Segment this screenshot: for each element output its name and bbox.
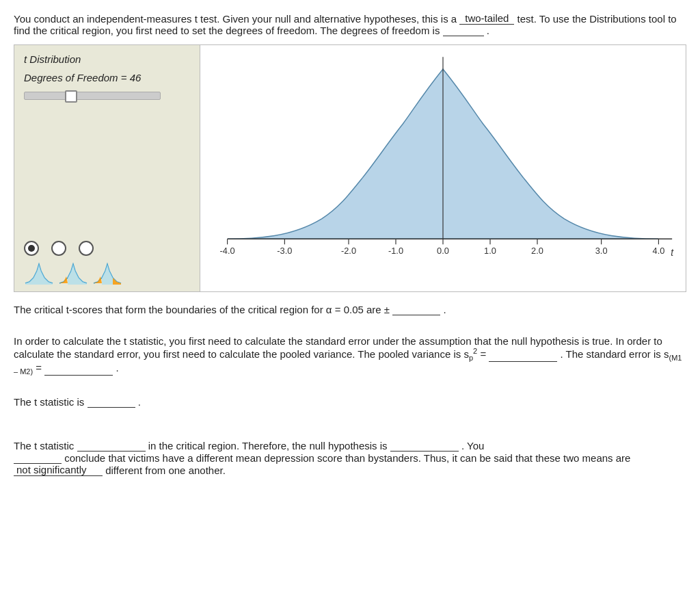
- conclusion-middle1: in the critical region. Therefore, the n…: [148, 440, 388, 452]
- svg-text:0.0: 0.0: [437, 246, 449, 256]
- conclusion-middle2: conclude that victims have a different m…: [64, 452, 630, 464]
- dist-dof-label: Degrees of Freedom = 46: [24, 72, 190, 83]
- t-statistic-section: The t statistic is .: [14, 395, 686, 408]
- critical-region-text: The critical t-scores that form the boun…: [14, 304, 390, 315]
- dist-title: t Distribution: [24, 53, 190, 65]
- conclusion-blank3[interactable]: [14, 452, 62, 464]
- intro-paragraph: You conduct an independent-measures t te…: [14, 12, 686, 36]
- distribution-curve-svg: -4.0 -3.0 -2.0 -1.0 0.0 1.0 2.0 3.0 4.0: [207, 52, 679, 271]
- intro-line1: You conduct an independent-measures t te…: [14, 13, 457, 25]
- svg-text:3.0: 3.0: [595, 246, 608, 256]
- radio-button-2[interactable]: [51, 241, 66, 256]
- svg-marker-1: [59, 276, 68, 283]
- radio-row: [24, 241, 190, 256]
- pooled-variance-section: In order to calculate the t statistic, y…: [14, 335, 686, 376]
- dof-blank[interactable]: [443, 36, 484, 36]
- conclusion-underline-text[interactable]: not significantly: [14, 464, 103, 476]
- svg-text:t: t: [671, 248, 674, 258]
- radio-button-1[interactable]: [24, 241, 39, 256]
- dist-icon-single[interactable]: [24, 261, 54, 285]
- slider-thumb[interactable]: [65, 90, 77, 103]
- svg-marker-3: [94, 276, 102, 283]
- equals-1: =: [480, 348, 489, 360]
- dist-icons-row: [24, 261, 190, 285]
- t-stat-prefix: The t statistic is: [14, 396, 84, 408]
- dist-icon-two-both[interactable]: [92, 261, 122, 285]
- conclusion-suffix1: . You: [461, 440, 484, 452]
- pooled-variance-blank[interactable]: [489, 350, 557, 362]
- svg-text:-2.0: -2.0: [341, 246, 356, 256]
- svg-text:4.0: 4.0: [653, 246, 665, 256]
- distribution-tool: t Distribution Degrees of Freedom = 46: [14, 44, 686, 292]
- conclusion-suffix2: different from one another.: [105, 464, 226, 476]
- slider-track[interactable]: [24, 92, 161, 100]
- svg-text:1.0: 1.0: [484, 246, 496, 256]
- critical-region-section: The critical t-scores that form the boun…: [14, 303, 686, 315]
- svg-text:-4.0: -4.0: [220, 246, 235, 256]
- critical-t-score-blank[interactable]: [392, 303, 440, 315]
- standard-error-blank[interactable]: [44, 363, 113, 376]
- conclusion-blank1[interactable]: [77, 439, 146, 452]
- svg-text:2.0: 2.0: [531, 246, 543, 256]
- test-type-answer[interactable]: two-tailed: [459, 12, 514, 25]
- svg-text:-3.0: -3.0: [277, 246, 292, 256]
- dist-icon-two-left[interactable]: [58, 261, 88, 285]
- dof-slider-container[interactable]: [24, 92, 190, 100]
- t-stat-blank[interactable]: [88, 395, 135, 408]
- conclusion-prefix: The t statistic: [14, 440, 74, 452]
- super-2: 2: [473, 347, 477, 355]
- dist-chart-area: -4.0 -3.0 -2.0 -1.0 0.0 1.0 2.0 3.0 4.0: [200, 45, 686, 291]
- radio-button-3[interactable]: [79, 241, 94, 256]
- conclusion-blank2[interactable]: [390, 439, 459, 452]
- conclusion-section: The t statistic in the critical region. …: [14, 439, 686, 476]
- svg-text:-1.0: -1.0: [388, 246, 403, 256]
- dist-left-panel: t Distribution Degrees of Freedom = 46: [14, 45, 200, 291]
- standard-error-text: . The standard error is s: [561, 348, 669, 360]
- equals-2: =: [36, 362, 44, 374]
